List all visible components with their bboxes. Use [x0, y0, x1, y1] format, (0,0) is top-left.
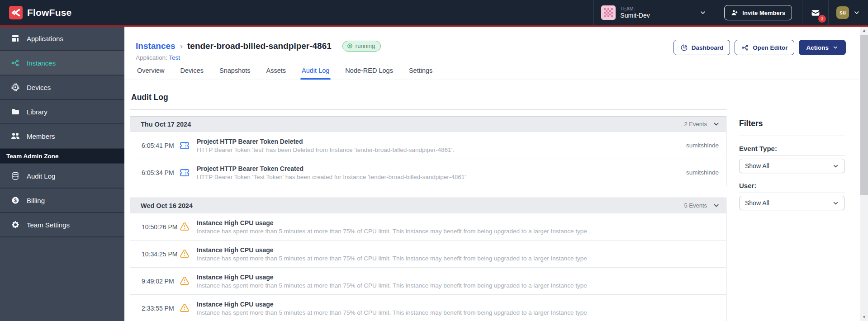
breadcrumb: Instances › tender-broad-billed-sandpipe… — [136, 40, 846, 52]
event-type-label: Event Type: — [739, 145, 845, 156]
chevron-down-icon — [832, 163, 839, 170]
chevron-down-icon — [832, 200, 839, 207]
audit-day-count: 5 Events — [684, 202, 707, 209]
sidebar-item-members[interactable]: Members — [0, 124, 124, 149]
audit-event-time: 10:50:26 PM — [142, 223, 179, 231]
audit-event-time: 6:05:41 PM — [142, 142, 179, 149]
sidebar-item-billing[interactable]: $ Billing — [0, 189, 124, 213]
warning-icon — [179, 249, 190, 260]
audit-event-body: Project HTTP Bearer Token Deleted HTTP B… — [197, 138, 677, 153]
section-title: Audit Log — [130, 93, 726, 102]
chevron-down-icon[interactable] — [712, 202, 720, 209]
audit-event-description: Instance has spent more than 5 minutes a… — [197, 282, 710, 289]
sidebar-item-label: Instances — [27, 59, 56, 67]
tab-snapshots[interactable]: Snapshots — [218, 67, 252, 80]
open-editor-button[interactable]: Open Editor — [735, 40, 794, 55]
status-dot-icon — [347, 43, 353, 49]
breadcrumb-instances-link[interactable]: Instances — [136, 41, 175, 51]
sidebar-item-team-settings[interactable]: Team Settings — [0, 213, 124, 237]
sidebar-item-library[interactable]: Library — [0, 100, 124, 124]
audit-day-count: 2 Events — [684, 121, 707, 127]
user-select[interactable]: Show All — [739, 196, 845, 210]
audit-event-body: Project HTTP Bearer Token Created HTTP B… — [197, 165, 677, 180]
user-filter-label: User: — [739, 182, 845, 193]
library-icon — [11, 107, 20, 116]
audit-day-header[interactable]: Thu Oct 17 2024 2 Events — [130, 117, 726, 132]
tab-audit-log[interactable]: Audit Log — [300, 67, 331, 80]
sidebar-item-label: Devices — [27, 84, 51, 91]
application-label: Application: — [136, 54, 167, 61]
audit-event-description: HTTP Bearer Token 'Test Token' has been … — [197, 174, 677, 180]
content-row: Audit Log Thu Oct 17 2024 2 Events 6:05:… — [124, 80, 868, 321]
scrollbar-down-arrow[interactable]: ▼ — [860, 313, 868, 321]
audit-event-title: Instance High CPU usage — [197, 246, 710, 254]
audit-event-body: Instance High CPU usage Instance has spe… — [197, 274, 710, 289]
sidebar-item-applications[interactable]: Applications — [0, 27, 124, 51]
audit-event-description: HTTP Bearer Token 'test' has been Delete… — [197, 146, 677, 153]
section-divider — [130, 109, 726, 110]
tab-settings[interactable]: Settings — [408, 67, 434, 80]
tab-devices[interactable]: Devices — [179, 67, 205, 80]
breadcrumb-separator: › — [180, 41, 183, 51]
sidebar-item-label: Billing — [27, 197, 45, 204]
audit-event-description: Instance has spent more than 5 minutes a… — [197, 228, 710, 235]
chart-pie-icon — [680, 44, 688, 52]
application-link[interactable]: Test — [169, 54, 180, 61]
audit-event-row: 6:05:34 PM Project HTTP Bearer Token Cre… — [130, 159, 726, 186]
top-navbar: FlowFuse TEAM: Sumit-Dev Invite Members — [0, 0, 868, 25]
sidebar-main-nav: Applications Instances Devices Library M… — [0, 27, 124, 149]
team-selector[interactable]: TEAM: Sumit-Dev — [593, 0, 714, 25]
user-add-icon — [731, 9, 738, 16]
scrollbar-thumb[interactable] — [860, 35, 868, 195]
members-icon — [11, 132, 20, 141]
sidebar: Applications Instances Devices Library M… — [0, 27, 124, 321]
audit-event-title: Project HTTP Bearer Token Created — [197, 165, 677, 172]
warning-icon — [179, 303, 190, 314]
audit-event-time: 9:49:02 PM — [142, 278, 179, 285]
audit-day-group: Thu Oct 17 2024 2 Events 6:05:41 PM Proj… — [130, 116, 726, 186]
tab-assets[interactable]: Assets — [265, 67, 288, 80]
event-type-value: Show All — [745, 162, 769, 170]
notifications-button[interactable]: 3 — [802, 0, 828, 25]
chevron-down-icon — [832, 44, 839, 51]
audit-event-row: 10:50:26 PM Instance High CPU usage Inst… — [130, 213, 726, 240]
page-header: Instances › tender-broad-billed-sandpipe… — [124, 27, 868, 80]
tab-overview[interactable]: Overview — [136, 67, 166, 80]
flowfuse-logo[interactable]: FlowFuse — [0, 0, 71, 25]
sidebar-item-audit-log[interactable]: Audit Log — [0, 164, 124, 189]
sidebar-item-devices[interactable]: Devices — [0, 76, 124, 100]
actions-button[interactable]: Actions — [799, 40, 846, 55]
audit-event-time: 2:33:55 PM — [142, 305, 179, 312]
application-row: Application: Test — [136, 54, 846, 61]
sidebar-admin-nav: Audit Log $ Billing Team Settings — [0, 164, 124, 237]
audit-event-body: Instance High CPU usage Instance has spe… — [197, 301, 710, 316]
notification-badge: 3 — [818, 15, 826, 23]
audit-day-header[interactable]: Wed Oct 16 2024 5 Events — [130, 198, 726, 213]
sidebar-item-label: Applications — [27, 35, 63, 42]
main-content: Instances › tender-broad-billed-sandpipe… — [124, 27, 868, 321]
team-admin-zone-label: Team Admin Zone — [0, 149, 124, 164]
user-menu[interactable]: su — [828, 0, 868, 25]
invite-members-button[interactable]: Invite Members — [724, 5, 792, 20]
dashboard-button[interactable]: Dashboard — [674, 40, 730, 55]
audit-log-section: Audit Log Thu Oct 17 2024 2 Events 6:05:… — [130, 80, 726, 321]
svg-text:$: $ — [14, 198, 17, 203]
audit-event-body: Instance High CPU usage Instance has spe… — [197, 246, 710, 262]
audit-event-user: sumitshinde — [686, 169, 719, 176]
event-type-select[interactable]: Show All — [739, 159, 845, 173]
audit-day-date: Thu Oct 17 2024 — [141, 121, 191, 128]
sidebar-item-instances[interactable]: Instances — [0, 51, 124, 76]
scrollbar[interactable]: ▲ ▼ — [860, 27, 868, 321]
avatar: su — [836, 6, 849, 19]
chevron-down-icon[interactable] — [712, 120, 720, 128]
audit-event-row: 9:49:02 PM Instance High CPU usage Insta… — [130, 267, 726, 294]
tab-node-red-logs[interactable]: Node-RED Logs — [344, 67, 394, 80]
instance-tabs: Overview Devices Snapshots Assets Audit … — [136, 67, 846, 80]
instances-icon — [11, 58, 20, 67]
team-settings-icon — [11, 220, 20, 229]
token-icon — [179, 167, 190, 178]
audit-event-time: 10:34:25 PM — [142, 250, 179, 258]
warning-icon — [179, 222, 190, 232]
invite-members-label: Invite Members — [742, 9, 785, 16]
scrollbar-up-arrow[interactable]: ▲ — [860, 27, 868, 34]
